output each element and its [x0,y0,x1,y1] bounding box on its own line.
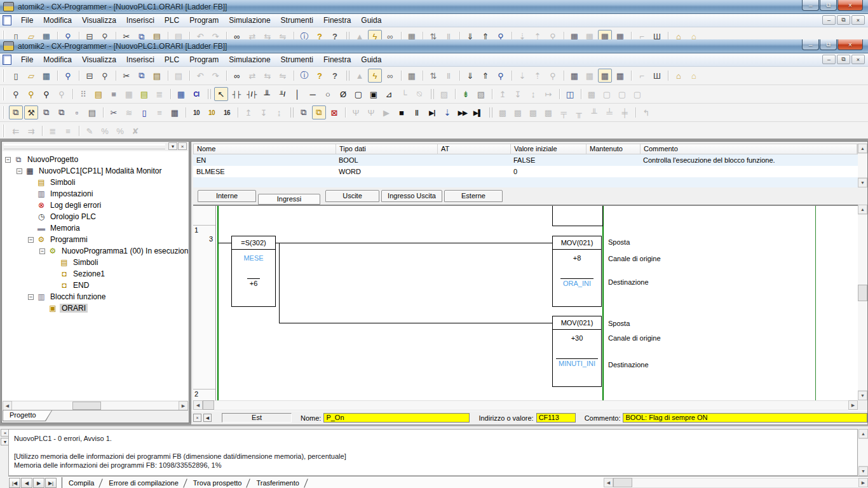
restore-button[interactable]: ⧉ [820,0,837,11]
menu-item[interactable]: Inserisci [121,15,159,26]
zoom-in-icon[interactable]: ⚲ [39,87,53,101]
titlebar[interactable]: atomik2 - CX-Programmer - [NuovoPLC1.ORA… [0,39,868,53]
table-vertical-scrollbar[interactable]: ▲ ▼ [858,144,867,187]
scroll-right-icon[interactable]: ▶ [858,478,868,487]
set-protection-icon[interactable]: ⌂ [672,69,686,83]
variable-tab[interactable]: Interne [198,190,256,202]
column-header-at[interactable]: AT [438,144,511,154]
fb-in-icon[interactable]: ↥ [496,87,510,101]
tree-item[interactable]: ◘ Sezione1 [3,268,188,280]
align-list-icon[interactable]: ≣ [46,124,60,138]
close-all-windows-icon[interactable]: ⊠ [327,105,341,119]
scroll-track[interactable] [632,478,858,488]
rung-wrap-icon[interactable]: ▤ [137,87,151,101]
pause-monitor-icon[interactable]: Ⅱ [442,69,456,83]
mon-opt-6-icon[interactable]: ╥ [572,105,586,119]
monitor-decimal-icon[interactable]: 10 [189,105,203,119]
menu-item[interactable]: Visualizza [77,54,121,65]
mdi-close-button[interactable]: × [851,15,865,25]
differential-monitor-icon[interactable]: Ш [650,69,664,83]
tab-progetto[interactable]: Progetto [3,410,52,421]
symbol-name-field[interactable]: P_On [323,413,470,423]
find-icon[interactable]: ∞ [230,69,244,83]
tree-item[interactable]: ▥ Impostazioni [3,188,188,200]
scroll-left-icon[interactable]: ◀ [193,400,203,410]
fb-inout-icon[interactable]: ↨ [526,87,540,101]
tree-item[interactable]: − ▥ Blocchi funzione [3,291,188,302]
mon-opt-9-icon[interactable]: ╪ [618,105,632,119]
tree-item[interactable]: ▬ Memoria [3,222,188,234]
sim-stop-icon[interactable]: ■ [395,105,409,119]
toolbar-grip[interactable] [3,88,5,100]
menu-item[interactable]: Strumenti [276,54,318,65]
tree-item[interactable]: ▤ Simboli [3,177,188,188]
instruction-operand[interactable]: +8 [553,254,601,262]
print-icon[interactable]: ⊟ [83,69,97,83]
select-tool-icon[interactable]: ↖ [214,87,228,101]
scroll-left-icon[interactable]: ◀ [604,478,613,487]
outdent-icon[interactable]: ⇇ [9,124,23,138]
symbol-comment-field[interactable]: BOOL: Flag di sempre ON [623,413,867,423]
tree-expander[interactable]: − [28,237,34,243]
mode-monitor-icon[interactable]: ▦ [598,69,612,83]
tree-item[interactable]: − ⚙ Programmi [3,234,188,245]
tree-expander[interactable]: − [17,168,22,174]
tree-view-icon[interactable]: ≣ [153,87,166,101]
mdi-restore-button[interactable]: ⧉ [837,55,850,64]
scroll-thumb[interactable] [858,285,867,301]
watch-sheet-icon[interactable]: ⧉ [297,105,311,119]
online-edit-icon[interactable]: ▦ [405,69,419,83]
close-button[interactable]: × [837,0,863,11]
mode-program-icon[interactable]: ▦ [567,69,581,83]
rung-list-icon[interactable]: ≡ [107,87,121,101]
scroll-thumb[interactable] [203,400,214,410]
io-comment-view-icon[interactable]: ▨ [437,87,451,101]
coil-nc-icon[interactable]: Ø [336,87,350,101]
sim-ff-icon[interactable]: ▶▶ [456,105,470,119]
work-online-icon[interactable]: ϟ [368,69,382,83]
scroll-up-icon[interactable]: ▲ [858,205,867,214]
io-table-icon[interactable]: ▦ [168,105,182,119]
toolbar-grip[interactable] [3,106,5,119]
scroll-down-icon[interactable]: ▼ [858,178,867,187]
mdi-restore-button[interactable]: ⧉ [837,15,850,25]
ladder-vertical-scrollbar[interactable]: ▲ ▼ [858,205,867,400]
download-to-plc-icon[interactable]: ⇓ [463,69,477,83]
table-row-empty[interactable] [193,177,858,187]
symbol-address-field[interactable]: CF113 [536,413,576,423]
find-bit-address-icon[interactable]: ⇋ [276,69,290,83]
about-icon[interactable]: ⓘ [297,69,311,83]
titlebar[interactable]: atomik2 - CX-Programmer - [NuovoPLC1.ORA… [0,0,868,14]
fieldbar-prev-icon[interactable]: ◀ [203,414,212,422]
paste-icon[interactable]: ▤ [150,69,164,83]
tree-expander[interactable]: − [28,294,34,300]
indent-icon[interactable]: ⇉ [24,124,38,138]
instruction-operand[interactable]: +6 [232,278,275,287]
vertical-line-icon[interactable]: │ [290,87,304,101]
menu-item[interactable]: PLC [159,54,184,65]
column-header-valore-iniziale[interactable]: Valore iniziale [511,144,587,154]
tree-item[interactable]: ⊗ Log degli errori [3,200,188,211]
menu-item[interactable]: Modifica [38,54,77,65]
menu-item[interactable]: File [16,15,38,26]
align-circuit-icon[interactable]: ≡ [61,124,75,138]
menu-item[interactable]: Strumenti [276,15,318,26]
scroll-right-icon[interactable]: ▶ [848,400,858,410]
scroll-left-icon[interactable]: ◀ [3,401,12,410]
ladder-instruction-mov2[interactable]: MOV(021) +30 MINUTI_INI [552,316,602,387]
redo-icon[interactable]: ↷ [208,69,222,83]
mon-opt-3-icon[interactable]: ▩ [526,105,540,119]
sim-step-in-icon[interactable]: ⇣ [440,105,454,119]
release-protection-icon[interactable]: ⌂ [687,69,701,83]
replace-icon[interactable]: ⇆ [261,69,275,83]
panel-dropdown-icon[interactable]: ▾ [168,142,177,150]
minimize-button[interactable]: – [802,39,819,50]
or-contact-nc-icon[interactable]: ╨/ [275,87,289,101]
save-icon[interactable]: ▦ [39,69,53,83]
menu-item[interactable]: Modifica [38,15,77,26]
sim-pause-icon[interactable]: Ⅱ [410,105,424,119]
toolbar-grip[interactable] [3,125,5,137]
step-run-icon[interactable]: ⌐ [635,69,649,83]
variable-tab[interactable]: Ingressi [258,194,320,205]
fb-monitor-1-icon[interactable]: ▩ [585,87,599,101]
